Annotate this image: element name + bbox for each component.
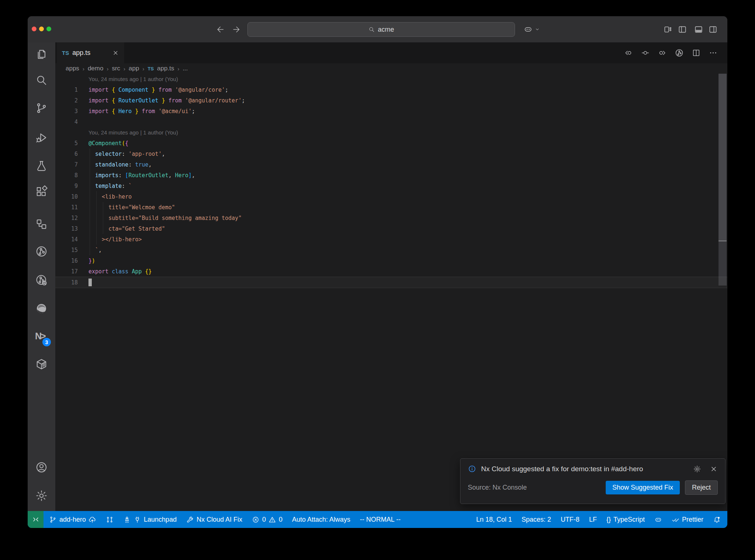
remote-indicator[interactable]	[28, 511, 44, 528]
code-editor[interactable]: You, 24 minutes ago | 1 author (You)1imp…	[55, 74, 727, 511]
notification-source: Source: Nx Console	[468, 484, 606, 491]
open-previous-change-icon[interactable]	[624, 48, 633, 57]
activity-item-nx-console[interactable]: N>3	[35, 331, 48, 344]
problems-item[interactable]: 00	[252, 516, 282, 524]
code-text: standalone: true,	[88, 161, 152, 168]
toggle-primary-sidebar-icon[interactable]	[678, 25, 687, 34]
code-line-16: 16})	[55, 255, 727, 266]
settings-icon[interactable]	[35, 489, 48, 502]
breadcrumb-separator: ›	[142, 66, 144, 72]
status-label: UTF-8	[561, 516, 580, 524]
line-number: 12	[55, 215, 78, 221]
git-blame-text: You, 24 minutes ago | 1 author (You)	[88, 76, 178, 82]
gitlens-inspect-icon[interactable]	[35, 274, 48, 287]
status-label: Spaces: 2	[522, 516, 551, 524]
split-editor-icon[interactable]	[692, 48, 701, 57]
breadcrumb-item[interactable]: src	[112, 65, 120, 72]
customize-layout-icon[interactable]	[663, 25, 673, 34]
breadcrumb-file[interactable]: app.ts	[157, 65, 174, 72]
main-area: N>3 TS app.ts	[28, 42, 727, 511]
nx-cloud-ai-fix-item[interactable]: Nx Cloud AI Fix	[186, 516, 242, 524]
copilot-icon[interactable]	[523, 25, 533, 34]
language-item[interactable]: {}TypeScript	[606, 516, 645, 524]
breadcrumb-item[interactable]: apps	[66, 65, 79, 72]
project-graph-icon[interactable]	[35, 218, 48, 231]
explorer-icon[interactable]	[35, 48, 48, 61]
breadcrumb-item[interactable]: app	[129, 65, 139, 72]
code-line-17: 17export class App {}	[55, 266, 727, 277]
code-line-11: 11 title="Welcmoe demo"	[55, 202, 727, 213]
breadcrumb-item[interactable]: demo	[88, 65, 104, 72]
edge-tools-icon[interactable]	[35, 302, 48, 315]
launchpad-item[interactable]: Launchpad	[123, 516, 177, 524]
chevron-down-icon[interactable]	[534, 26, 540, 32]
status-label: 0	[262, 516, 266, 524]
status-label: -- NORMAL --	[360, 516, 400, 524]
notifications-item[interactable]	[713, 516, 721, 524]
accounts-icon[interactable]	[35, 461, 48, 474]
gitlens-compare-item[interactable]	[106, 516, 114, 524]
run-debug-icon[interactable]	[35, 131, 48, 144]
auto-attach-item[interactable]: Auto Attach: Always	[292, 516, 350, 524]
nx-badge: 3	[42, 338, 51, 346]
code-text: <lib-hero	[88, 193, 132, 200]
source-control-icon[interactable]	[35, 102, 48, 115]
line-number: 4	[55, 119, 78, 125]
history-forward-icon[interactable]	[232, 25, 241, 34]
copilot-status-item[interactable]	[654, 516, 662, 524]
reject-button[interactable]: Reject	[685, 480, 718, 495]
formatter-item[interactable]: Prettier	[672, 516, 703, 524]
notification-settings-icon[interactable]	[693, 465, 701, 473]
open-next-change-icon[interactable]	[658, 48, 667, 57]
line-number: 5	[55, 140, 78, 147]
zoom-window-button[interactable]	[46, 27, 51, 31]
line-number: 9	[55, 183, 78, 189]
error-icon	[252, 516, 260, 524]
status-bar-left: add-heroLaunchpadNx Cloud AI Fix00Auto A…	[49, 516, 401, 524]
code-line-3: 3import { Hero } from '@acme/ui';	[55, 106, 727, 116]
breadcrumb-separator: ›	[177, 66, 179, 72]
status-bar-right: Ln 18, Col 1Spaces: 2UTF-8LF{}TypeScript…	[476, 516, 721, 524]
history-back-icon[interactable]	[216, 25, 225, 34]
code-text: ></lib-hero>	[88, 236, 142, 243]
cursor-position-item[interactable]: Ln 18, Col 1	[476, 516, 512, 524]
branch-item[interactable]: add-hero	[49, 516, 96, 524]
show-suggested-fix-button[interactable]: Show Suggested Fix	[606, 481, 680, 494]
containers-icon[interactable]	[35, 358, 48, 371]
testing-icon[interactable]	[35, 160, 48, 172]
status-label: 0	[279, 516, 282, 524]
text-cursor	[88, 279, 92, 286]
code-line-5: 5@Component({	[55, 138, 727, 148]
extensions-icon[interactable]	[35, 185, 48, 198]
close-tab-icon[interactable]	[112, 49, 119, 56]
gitlens-icon[interactable]	[35, 245, 48, 258]
tab-label: app.ts	[72, 49, 109, 57]
gitlens-graph-icon[interactable]	[675, 48, 684, 57]
open-changes-icon[interactable]	[641, 48, 650, 57]
code-line-8: 8 imports: [RouterOutlet, Hero],	[55, 170, 727, 181]
command-center-search[interactable]: acme	[247, 22, 515, 37]
code-text: template: `	[88, 183, 132, 189]
status-label: LF	[589, 516, 597, 524]
toggle-secondary-sidebar-icon[interactable]	[708, 25, 718, 34]
breadcrumb-more[interactable]: ...	[182, 65, 188, 72]
close-window-button[interactable]	[32, 27, 36, 31]
typescript-file-icon: TS	[62, 50, 69, 56]
search-icon[interactable]	[35, 74, 48, 87]
search-icon	[368, 26, 375, 33]
indentation-item[interactable]: Spaces: 2	[522, 516, 551, 524]
code-line-2: 2import { RouterOutlet } from '@angular/…	[55, 95, 727, 106]
notification-close-icon[interactable]	[710, 465, 718, 473]
code-text: import { Hero } from '@acme/ui';	[88, 108, 195, 115]
code-text: import { RouterOutlet } from '@angular/r…	[88, 97, 245, 104]
encoding-item[interactable]: UTF-8	[561, 516, 580, 524]
tab-app-ts[interactable]: TS app.ts	[57, 42, 124, 63]
minimize-window-button[interactable]	[39, 27, 44, 31]
more-actions-icon[interactable]	[709, 48, 718, 57]
status-label: {}	[606, 516, 611, 524]
remote-icon	[32, 515, 40, 524]
vim-mode-item[interactable]: -- NORMAL --	[360, 516, 400, 524]
toggle-panel-icon[interactable]	[694, 25, 703, 34]
eol-item[interactable]: LF	[589, 516, 597, 524]
breadcrumb[interactable]: apps›demo›src›app›TSapp.ts›...	[55, 63, 727, 74]
